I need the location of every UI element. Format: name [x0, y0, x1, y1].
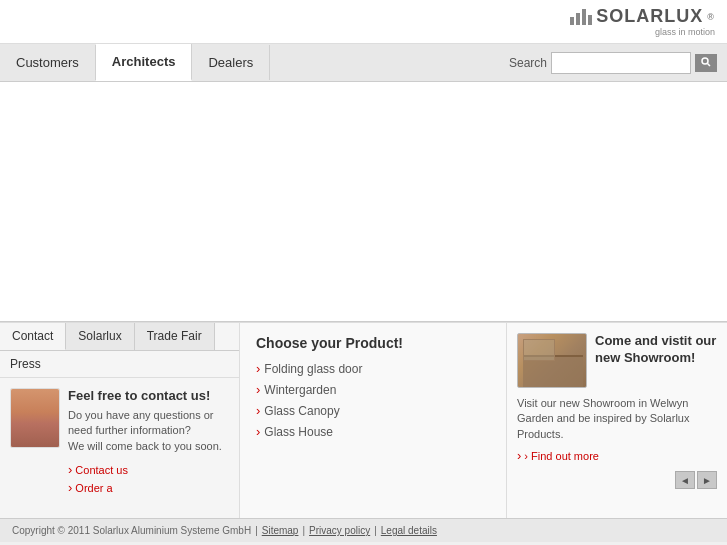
right-inner: Come and vistit our new Showroom! Visit …	[517, 333, 717, 489]
search-input[interactable]	[551, 52, 691, 74]
showroom-description: Visit our new Showroom in Welwyn Garden …	[517, 396, 717, 442]
contact-text: Feel free to contact us! Do you have any…	[68, 388, 229, 498]
press-link[interactable]: Press	[0, 351, 239, 378]
logo: SOLARLUX ®	[570, 6, 715, 27]
showroom-title: Come and vistit our new Showroom!	[595, 333, 717, 388]
logo-bar-1	[570, 17, 574, 25]
nav-arrows: ◄ ►	[517, 471, 717, 489]
navigation: Customers Architects Dealers Search	[0, 44, 727, 82]
left-tabs: Contact Solarlux Trade Fair	[0, 323, 239, 351]
footer-sep-2: |	[302, 525, 305, 536]
nav-item-architects[interactable]: Architects	[96, 44, 193, 81]
showroom-thumbnail	[517, 333, 587, 388]
bottom-panels: Contact Solarlux Trade Fair Press Feel f…	[0, 322, 727, 518]
next-arrow[interactable]: ►	[697, 471, 717, 489]
middle-panel-title: Choose your Product!	[256, 335, 490, 351]
footer-sep-3: |	[374, 525, 377, 536]
product-glass-house[interactable]: Glass House	[256, 424, 490, 439]
product-folding-glass-door[interactable]: Folding glass door	[256, 361, 490, 376]
brand-name: SOLARLUX	[596, 6, 703, 27]
tab-solarlux[interactable]: Solarlux	[66, 323, 134, 350]
contact-title: Feel free to contact us!	[68, 388, 229, 403]
tab-contact[interactable]: Contact	[0, 323, 66, 350]
product-glass-canopy[interactable]: Glass Canopy	[256, 403, 490, 418]
logo-area: SOLARLUX ® glass in motion	[570, 6, 715, 37]
find-out-more-link[interactable]: › Find out more	[517, 448, 717, 463]
logo-bar-4	[588, 15, 592, 25]
search-area: Search	[509, 52, 727, 74]
brand-tagline: glass in motion	[655, 27, 715, 37]
tab-trade-fair[interactable]: Trade Fair	[135, 323, 215, 350]
order-link[interactable]: Order a	[68, 480, 229, 495]
svg-line-1	[708, 63, 711, 66]
main-content	[0, 82, 727, 322]
search-icon	[701, 57, 711, 67]
svg-point-0	[702, 58, 708, 64]
right-panel: Come and vistit our new Showroom! Visit …	[507, 323, 727, 518]
product-wintergarden[interactable]: Wintergarden	[256, 382, 490, 397]
left-panel: Contact Solarlux Trade Fair Press Feel f…	[0, 323, 240, 518]
footer-privacy[interactable]: Privacy policy	[309, 525, 370, 536]
footer-legal[interactable]: Legal details	[381, 525, 437, 536]
contact-content: Feel free to contact us! Do you have any…	[0, 378, 239, 508]
contact-description: Do you have any questions or need furthe…	[68, 408, 229, 454]
search-button[interactable]	[695, 54, 717, 72]
middle-panel: Choose your Product! Folding glass door …	[240, 323, 507, 518]
footer: Copyright © 2011 Solarlux Aluminium Syst…	[0, 518, 727, 542]
contact-us-link[interactable]: Contact us	[68, 462, 229, 477]
nav-item-dealers[interactable]: Dealers	[192, 45, 270, 80]
logo-icon	[570, 9, 592, 25]
brand-registered: ®	[707, 12, 715, 22]
logo-bar-3	[582, 9, 586, 25]
logo-bar-2	[576, 13, 580, 25]
footer-copyright: Copyright © 2011 Solarlux Aluminium Syst…	[12, 525, 251, 536]
footer-sep-1: |	[255, 525, 258, 536]
search-label: Search	[509, 56, 547, 70]
contact-avatar	[10, 388, 60, 448]
nav-item-customers[interactable]: Customers	[0, 45, 96, 80]
header: SOLARLUX ® glass in motion	[0, 0, 727, 44]
prev-arrow[interactable]: ◄	[675, 471, 695, 489]
showroom-header: Come and vistit our new Showroom!	[517, 333, 717, 388]
footer-sitemap[interactable]: Sitemap	[262, 525, 299, 536]
